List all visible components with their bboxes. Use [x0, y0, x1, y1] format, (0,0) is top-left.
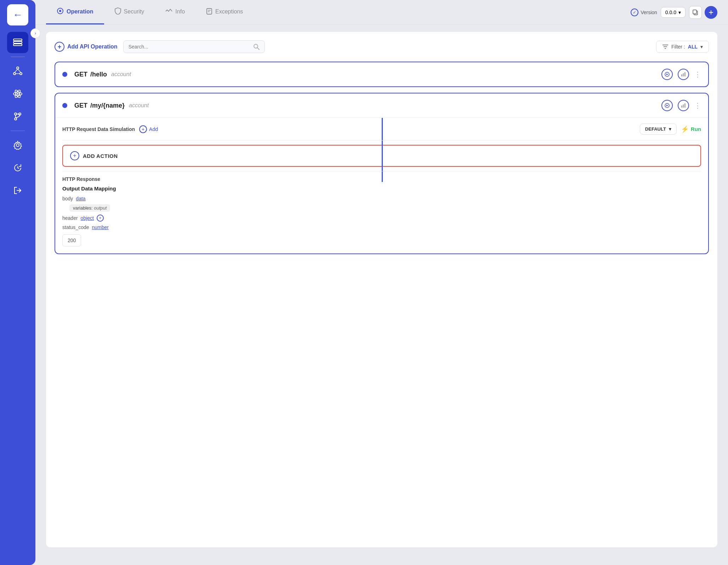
version-area: ✓ Version 0.0.0 ▾	[631, 6, 717, 19]
api-card-1-run-button[interactable]	[661, 69, 673, 80]
sidebar-item-git[interactable]	[7, 106, 28, 127]
run-icon: ⚡	[681, 125, 689, 133]
body-value[interactable]: data	[76, 196, 85, 201]
security-icon	[115, 7, 121, 16]
header-add-button[interactable]: +	[97, 215, 104, 222]
add-action-box[interactable]: + ADD ACTION	[62, 145, 701, 167]
api-card-2-run-button[interactable]	[661, 100, 673, 111]
svg-rect-37	[683, 73, 684, 76]
http-request-label: HTTP Request Data Simulation	[62, 126, 135, 132]
logo-text: ←	[13, 9, 23, 21]
version-value: 0.0.0	[665, 10, 676, 15]
version-copy-button[interactable]	[689, 6, 702, 19]
filter-button[interactable]: Filter : ALL ▾	[656, 41, 709, 53]
tab-list: Operation Security Info	[46, 0, 631, 24]
add-operation-icon: +	[55, 42, 64, 52]
sidebar: ← ›	[0, 0, 35, 565]
header-value[interactable]: object	[81, 215, 94, 221]
svg-point-12	[17, 93, 19, 95]
filter-value: ALL	[688, 44, 698, 50]
sidebar-item-settings[interactable]	[7, 135, 28, 156]
svg-line-6	[15, 69, 18, 73]
tab-security-label: Security	[124, 8, 144, 15]
api-card-2-path: /my/{name}	[90, 102, 125, 109]
body-key: body	[62, 196, 73, 201]
svg-rect-40	[681, 105, 682, 108]
svg-rect-36	[681, 74, 682, 76]
svg-rect-2	[13, 44, 22, 46]
sidebar-expand-button[interactable]: ›	[30, 28, 40, 38]
tab-security[interactable]: Security	[104, 0, 155, 24]
filter-icon	[662, 44, 669, 49]
variables-key: variables:	[73, 205, 93, 211]
add-operation-button[interactable]: + Add API Operation	[55, 39, 118, 55]
exceptions-icon	[206, 7, 212, 16]
api-card-2-more-button[interactable]: ⋮	[694, 101, 701, 110]
svg-point-5	[20, 73, 22, 75]
header-key: header	[62, 215, 78, 221]
api-card-2-dot	[62, 103, 67, 108]
sidebar-item-atom[interactable]	[7, 83, 28, 104]
svg-point-22	[59, 10, 61, 12]
tab-exceptions-label: Exceptions	[215, 8, 243, 15]
sidebar-item-logout[interactable]	[7, 180, 28, 201]
mapping-row-status: status_code number	[62, 224, 701, 230]
http-request-section: HTTP Request Data Simulation + Add DEFAU…	[62, 118, 701, 141]
api-card-2-header: GET /my/{name} account	[55, 93, 708, 118]
tab-operation[interactable]: Operation	[46, 0, 104, 24]
svg-rect-1	[13, 41, 22, 43]
add-action-icon: +	[70, 151, 79, 160]
status-code-type[interactable]: number	[92, 224, 109, 230]
mapping-row-variables: variables: output	[69, 204, 701, 212]
svg-rect-23	[207, 8, 212, 14]
svg-rect-42	[684, 103, 686, 108]
tab-operation-label: Operation	[67, 8, 93, 15]
svg-point-17	[16, 144, 19, 147]
run-button[interactable]: ⚡ Run	[681, 125, 701, 133]
search-bar	[123, 40, 265, 53]
status-code-key: status_code	[62, 224, 89, 230]
api-card-1-path: /hello	[90, 71, 107, 78]
tab-info[interactable]: Info	[155, 1, 195, 24]
svg-point-30	[254, 44, 258, 48]
api-card-1-header: GET /hello account	[55, 62, 708, 86]
sidebar-item-database[interactable]	[7, 32, 28, 53]
svg-line-7	[18, 69, 21, 73]
version-dropdown[interactable]: 0.0.0 ▾	[661, 7, 686, 18]
toolbar: + Add API Operation Fi	[55, 39, 709, 55]
version-actions	[689, 6, 717, 19]
sidebar-logo: ←	[7, 4, 28, 25]
api-card-2-chart-button[interactable]	[678, 100, 689, 111]
status-code-value: 200	[62, 234, 81, 246]
default-dropdown[interactable]: DEFAULT ▾	[640, 124, 677, 135]
content-panel: + Add API Operation Fi	[46, 32, 717, 547]
output-mapping: Output Data Mapping body data variables:	[62, 186, 701, 246]
svg-rect-27	[693, 10, 696, 14]
add-label: Add	[149, 126, 158, 132]
http-request-add-button[interactable]: + Add	[139, 125, 158, 133]
mapping-row-header: header object +	[62, 215, 701, 222]
vertical-divider	[382, 118, 383, 140]
main: Operation Security Info	[35, 0, 728, 565]
svg-point-3	[17, 67, 19, 69]
search-input[interactable]	[129, 44, 250, 50]
api-card-1: GET /hello account	[55, 62, 709, 87]
sidebar-item-history[interactable]	[7, 157, 28, 178]
top-nav: Operation Security Info	[35, 0, 728, 25]
api-card-1-more-button[interactable]: ⋮	[694, 70, 701, 79]
api-card-1-chart-button[interactable]	[678, 69, 689, 80]
tab-exceptions[interactable]: Exceptions	[195, 0, 254, 24]
api-card-2-actions: ⋮	[661, 100, 701, 111]
add-action-vertical-line	[382, 141, 383, 171]
api-card-1-dot	[62, 72, 67, 77]
svg-rect-41	[683, 104, 684, 108]
sidebar-item-network[interactable]	[7, 61, 28, 82]
svg-point-15	[15, 118, 17, 120]
sidebar-nav	[0, 32, 35, 201]
version-add-button[interactable]	[705, 6, 717, 19]
version-check-icon: ✓	[631, 8, 638, 16]
svg-rect-38	[684, 72, 686, 76]
filter-dropdown-arrow: ▾	[700, 44, 703, 50]
http-response-vertical-line	[382, 171, 383, 182]
api-card-1-actions: ⋮	[661, 69, 701, 80]
